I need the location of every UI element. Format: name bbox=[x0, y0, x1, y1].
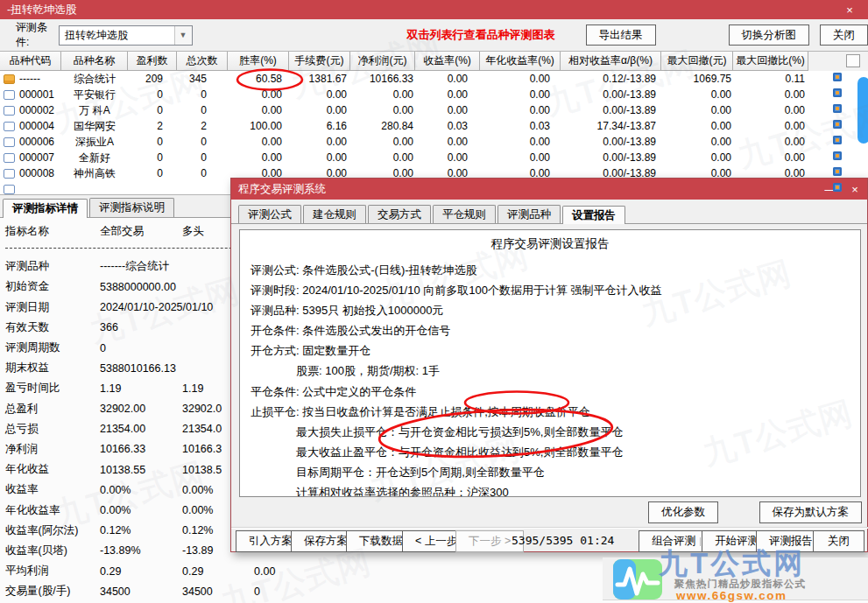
tab-评测指标详情[interactable]: 评测指标详情 bbox=[3, 199, 88, 218]
cell-value: 0.00 bbox=[480, 151, 561, 164]
column-header[interactable]: 收益率(%) bbox=[415, 52, 480, 71]
cell-value: 0.00 bbox=[733, 104, 808, 116]
indicator-name: 评测品种 bbox=[0, 259, 100, 274]
chart-strip-icon[interactable] bbox=[833, 151, 842, 160]
table-row[interactable]: 000006深振业A000.000.000.000.000.000.00/-13… bbox=[0, 134, 868, 150]
cell-value: 0 bbox=[177, 167, 228, 179]
progress-status: 5395/5395 01:24 bbox=[512, 534, 614, 547]
report-line: 最大损失止损平仓：与开仓资金相比亏损达到5%,则全部数量平仓 bbox=[240, 422, 860, 442]
cell-value: 0 bbox=[177, 88, 228, 101]
column-header[interactable]: 总次数 bbox=[177, 52, 228, 71]
dialog-tab-评测公式[interactable]: 评测公式 bbox=[238, 205, 301, 223]
chart-strip-icon[interactable] bbox=[833, 88, 842, 97]
dialog-tab-交易方式[interactable]: 交易方式 bbox=[368, 205, 431, 223]
cell-value: 2 bbox=[177, 120, 228, 132]
condition-dropdown[interactable]: 扭转乾坤选股 ▼ bbox=[59, 25, 193, 46]
indicator-name: 盈亏时间比 bbox=[0, 381, 100, 396]
evaluation-dialog: 程序交易评测系统 — × 评测公式建仓规则交易方式平仓规则评测品种设置报告 程序… bbox=[230, 178, 868, 552]
chart-strip-icon[interactable] bbox=[833, 136, 842, 144]
stock-row-icon bbox=[4, 169, 15, 179]
cell-value: 0.00 bbox=[661, 120, 733, 132]
column-header[interactable]: 相对收益率α/β(%) bbox=[561, 52, 661, 71]
chart-strip-icon[interactable] bbox=[833, 183, 842, 192]
cell-value: 0.00 bbox=[350, 151, 415, 164]
chevron-down-icon[interactable]: ▼ bbox=[174, 26, 192, 45]
cell-code: 000001 bbox=[0, 88, 61, 101]
column-header[interactable]: 净利润(元) bbox=[350, 52, 415, 71]
chart-strip-icon[interactable] bbox=[833, 167, 842, 176]
indicator-value: 10138.55 bbox=[100, 464, 182, 476]
report-heading: 程序交易评测设置报告 bbox=[240, 236, 860, 252]
column-header[interactable]: 最大回撤比(%) bbox=[733, 52, 808, 71]
column-header[interactable]: 手续费(元) bbox=[289, 52, 350, 71]
condition-label: 评测条件: bbox=[16, 20, 53, 50]
cell-code: 000006 bbox=[0, 136, 61, 148]
cell-value: 1381.67 bbox=[289, 73, 350, 85]
cell-value: 0.00 bbox=[661, 136, 733, 148]
indicator-value: -------综合统计 bbox=[100, 259, 182, 274]
table-row[interactable]: 000001平安银行000.000.000.000.000.000.00/-13… bbox=[0, 87, 868, 102]
indicator-name: 期末权益 bbox=[0, 361, 100, 375]
table-row[interactable]: 000002万 科A000.000.000.000.000.000.00/-13… bbox=[0, 102, 868, 118]
cell-value: 0.00 bbox=[415, 73, 480, 85]
indicator-name: 收益率(阿尔法) bbox=[0, 523, 100, 538]
cell-value: 1069.75 bbox=[661, 73, 733, 85]
cell-value: 0.00 bbox=[228, 104, 289, 116]
cell-value: 0.00 bbox=[415, 151, 480, 164]
cell-code: 000002 bbox=[0, 104, 61, 116]
cell-value: 0 bbox=[128, 88, 177, 101]
optimize-params-button[interactable]: 优化参数 bbox=[648, 501, 718, 523]
cell-value: 0.00 bbox=[289, 151, 350, 164]
tab-评测指标说明[interactable]: 评测指标说明 bbox=[89, 198, 174, 217]
window-close-icon[interactable]: × bbox=[838, 4, 861, 17]
cell-value: 0.00 bbox=[228, 88, 289, 101]
report-box: 程序交易评测设置报告 评测公式: 条件选股公式-(日线)-扭转乾坤选股评测时段:… bbox=[239, 229, 861, 497]
vertical-scrollbar-thumb[interactable] bbox=[857, 77, 868, 144]
stock-row-icon bbox=[4, 106, 15, 116]
table-row[interactable]: 000007全新好000.000.000.000.000.000.00/-13.… bbox=[0, 150, 868, 165]
column-header[interactable]: 年化收益率(%) bbox=[480, 52, 561, 71]
indicator-name: 初始资金 bbox=[0, 279, 100, 294]
dialog-close-button[interactable]: 关闭 bbox=[813, 530, 864, 552]
cell-value: 0 bbox=[128, 151, 177, 164]
table-row[interactable]: ------综合统计20934560.581381.6710166.330.00… bbox=[0, 71, 868, 87]
indicator-name: 评测日期 bbox=[0, 300, 100, 315]
column-header[interactable]: 品种名称 bbox=[61, 52, 128, 71]
indicator-name: 收益率 bbox=[0, 482, 100, 497]
report-line: 评测时段: 2024/01/10-2025/01/10 向前多取100个数据用于… bbox=[240, 280, 860, 300]
dialog-tab-平仓规则[interactable]: 平仓规则 bbox=[433, 205, 496, 223]
column-header[interactable]: 盈利数 bbox=[128, 52, 177, 71]
chart-strip-icon[interactable] bbox=[833, 120, 842, 129]
chart-strip-icon[interactable] bbox=[833, 73, 842, 81]
cell-value: 神州高铁 bbox=[61, 166, 128, 181]
dialog-tab-建仓规则[interactable]: 建仓规则 bbox=[303, 205, 366, 223]
cell-value: 0.00 bbox=[289, 104, 350, 116]
cell-value: 平安银行 bbox=[61, 88, 128, 102]
indicator-value: 5388010166.13 bbox=[100, 362, 182, 375]
cell-value: 0.00 bbox=[289, 136, 350, 148]
indicator-value: 0.12% bbox=[100, 524, 182, 536]
column-header[interactable]: 胜率(%) bbox=[228, 52, 289, 71]
column-header[interactable]: 最大回撤(元) bbox=[661, 52, 733, 71]
cell-value: 0 bbox=[177, 104, 228, 116]
dialog-close-icon[interactable]: × bbox=[843, 183, 867, 196]
cell-value: 0.12/-13.89 bbox=[561, 73, 661, 85]
cell-value: 345 bbox=[177, 73, 228, 85]
indicator-value: 0 bbox=[100, 342, 182, 354]
indicator-name: 总盈利 bbox=[0, 402, 100, 417]
dialog-tab-评测品种[interactable]: 评测品种 bbox=[498, 205, 561, 223]
save-as-default-button[interactable]: 保存为默认方案 bbox=[759, 501, 863, 523]
toolbar-close-button[interactable]: 关闭 bbox=[820, 25, 868, 46]
indicator-value: -13.89% bbox=[100, 544, 182, 557]
indicator-value: 0.29 bbox=[100, 565, 182, 578]
export-results-button[interactable]: 导出结果 bbox=[586, 25, 656, 46]
dialog-tab-设置报告[interactable]: 设置报告 bbox=[562, 206, 625, 224]
column-header[interactable]: 品种代码 bbox=[0, 52, 61, 71]
chart-strip-icon[interactable] bbox=[833, 104, 842, 113]
report-line: 最大收益止盈平仓：与开仓资金相比收益达到5%,则全部数量平仓 bbox=[240, 442, 860, 462]
table-row[interactable]: 000004国华网安22100.006.16280.840.030.0317.3… bbox=[0, 118, 868, 134]
cell-value: 0.00 bbox=[480, 73, 561, 85]
switch-chart-button[interactable]: 切换分析图 bbox=[729, 25, 810, 46]
cell-value: 0.00 bbox=[228, 151, 289, 164]
dialog-title: 程序交易评测系统 bbox=[238, 182, 326, 197]
